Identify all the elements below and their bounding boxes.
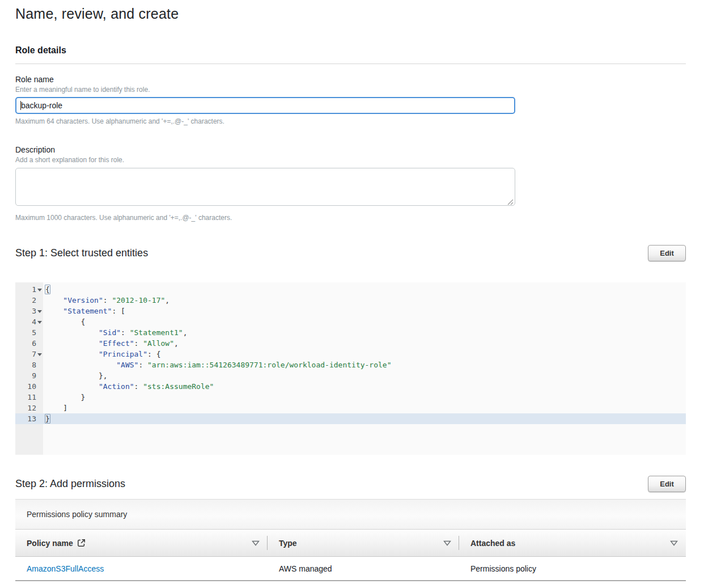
section-divider [15,64,686,64]
column-header-attached-as[interactable]: Attached as [459,530,686,556]
policy-name-cell: AmazonS3FullAccess [15,557,268,580]
editor-line[interactable]: 12 ] [15,403,686,413]
editor-line[interactable]: 4 { [15,316,686,327]
editor-line-number: 7 [15,349,43,359]
fold-arrow-icon[interactable] [37,321,42,324]
filter-dropdown-icon[interactable] [443,540,451,546]
editor-line[interactable]: 13} [15,413,686,424]
step1-header: Step 1: Select trusted entities Edit [15,245,686,261]
editor-line-number: 12 [15,403,43,413]
filter-dropdown-icon[interactable] [670,540,678,546]
step2-title: Step 2: Add permissions [15,478,125,490]
role-name-label: Role name [15,75,686,84]
column-label: Attached as [470,539,515,548]
editor-code-text: "Sid": "Statement1", [43,327,187,338]
editor-line[interactable]: 8 "AWS": "arn:aws:iam::541263489771:role… [15,359,686,370]
step1-edit-button[interactable]: Edit [648,245,686,261]
name-review-create-page: Name, review, and create Role details Ro… [0,0,704,588]
editor-line[interactable]: 3 "Statement": [ [15,306,686,316]
role-name-hint: Enter a meaningful name to identify this… [15,86,686,94]
permissions-panel-header: Permissions policy summary [15,499,686,530]
fold-arrow-icon[interactable] [37,353,42,356]
editor-line[interactable]: 1{ [15,284,686,295]
permissions-table-header: Policy name Type Attached as [15,530,686,557]
text-cursor [20,101,21,110]
editor-line[interactable]: 6 "Effect": "Allow", [15,338,686,349]
permissions-panel: Permissions policy summary Policy name T… [15,499,686,581]
editor-code-text: "AWS": "arn:aws:iam::541263489771:role/w… [43,359,392,370]
permissions-table-body: AmazonS3FullAccessAWS managedPermissions… [15,557,686,581]
external-link-icon [77,539,86,547]
step2-edit-button[interactable]: Edit [648,476,686,492]
role-name-constraint: Maximum 64 characters. Use alphanumeric … [15,117,686,125]
editor-line-number: 1 [15,284,43,295]
description-textarea-wrap [15,168,515,208]
editor-code-text: "Statement": [ [43,306,125,316]
editor-line[interactable]: 2 "Version": "2012-10-17", [15,295,686,306]
editor-line[interactable]: 11 } [15,392,686,403]
column-label: Policy name [27,539,73,548]
editor-line-number: 9 [15,370,43,381]
filter-dropdown-icon[interactable] [252,540,260,546]
editor-line-number: 2 [15,295,43,306]
editor-code-text: "Principal": { [43,349,161,359]
description-field: Description Add a short explanation for … [15,145,686,222]
editor-line[interactable]: 10 "Action": "sts:AssumeRole" [15,381,686,392]
editor-code-text: } [43,413,50,424]
editor-line-number: 3 [15,306,43,316]
step2-header: Step 2: Add permissions Edit [15,476,686,492]
attached-as-cell: Permissions policy [459,557,686,580]
policy-name-link[interactable]: AmazonS3FullAccess [27,564,104,573]
editor-line[interactable]: 7 "Principal": { [15,349,686,359]
editor-line-number: 10 [15,381,43,392]
trust-policy-editor-lines: 1{2 "Version": "2012-10-17",3 "Statement… [15,282,686,424]
editor-code-text: } [43,392,85,403]
editor-line[interactable]: 9 }, [15,370,686,381]
editor-code-text: { [43,284,50,295]
description-textarea[interactable] [15,168,515,206]
role-details-heading: Role details [15,45,686,56]
role-name-input-wrap [15,97,515,114]
description-label: Description [15,145,686,154]
trust-policy-editor[interactable]: 1{2 "Version": "2012-10-17",3 "Statement… [15,282,686,455]
column-label: Type [279,539,297,548]
policy-type-cell: AWS managed [268,557,459,580]
description-hint: Add a short explanation for this role. [15,156,686,164]
editor-line-number: 11 [15,392,43,403]
step1-title: Step 1: Select trusted entities [15,247,148,259]
editor-line-number: 8 [15,359,43,370]
table-row: AmazonS3FullAccessAWS managedPermissions… [15,557,686,581]
editor-code-text: "Version": "2012-10-17", [43,295,169,306]
editor-line-number: 13 [15,413,43,424]
editor-line-number: 6 [15,338,43,349]
description-constraint: Maximum 1000 characters. Use alphanumeri… [15,214,686,222]
editor-line-number: 4 [15,316,43,327]
editor-line-number: 5 [15,327,43,338]
editor-code-text: }, [43,370,108,381]
fold-arrow-icon[interactable] [37,310,42,313]
page-title: Name, review, and create [15,6,686,22]
editor-code-text: { [43,316,85,327]
column-header-type[interactable]: Type [268,530,459,556]
role-name-input[interactable] [15,97,515,114]
fold-arrow-icon[interactable] [37,289,42,291]
editor-code-text: ] [43,403,67,413]
editor-code-text: "Effect": "Allow", [43,338,179,349]
column-header-policy-name[interactable]: Policy name [15,530,268,556]
permissions-panel-title: Permissions policy summary [27,510,127,519]
editor-line[interactable]: 5 "Sid": "Statement1", [15,327,686,338]
editor-code-text: "Action": "sts:AssumeRole" [43,381,214,392]
role-name-field: Role name Enter a meaningful name to ide… [15,75,686,125]
